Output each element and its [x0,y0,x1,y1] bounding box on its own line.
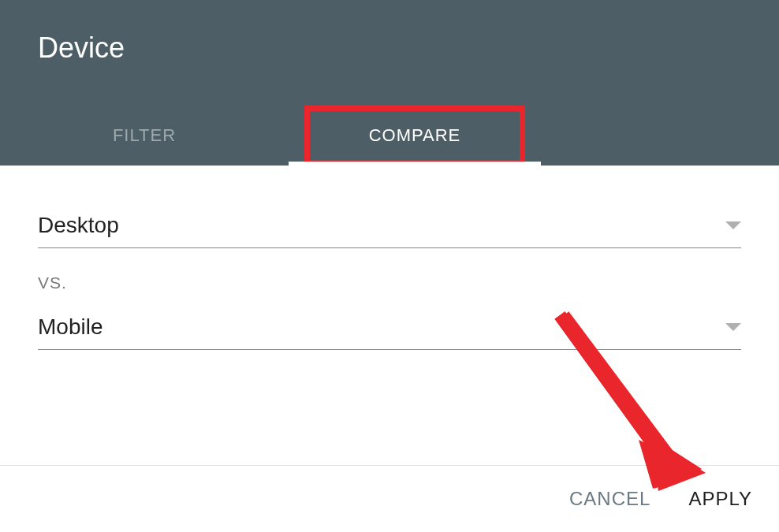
dialog-footer: CANCEL APPLY [0,465,779,532]
chevron-down-icon [725,221,741,229]
first-dimension-select[interactable]: Desktop [38,213,741,248]
tab-bar: FILTER COMPARE [0,106,779,166]
cancel-button[interactable]: CANCEL [569,488,650,510]
tab-compare-label: COMPARE [369,125,461,146]
dialog-content: Desktop VS. Mobile [0,166,779,374]
tab-active-indicator [289,162,541,166]
vs-separator: VS. [38,273,741,292]
second-dimension-select[interactable]: Mobile [38,314,741,350]
tab-compare[interactable]: COMPARE [289,106,541,166]
dialog-title: Device [0,32,779,106]
tab-filter-label: FILTER [113,125,176,146]
tab-filter[interactable]: FILTER [0,106,289,166]
second-dimension-value: Mobile [38,314,102,340]
apply-button[interactable]: APPLY [688,488,752,510]
first-dimension-value: Desktop [38,213,119,238]
chevron-down-icon [725,323,741,331]
dialog-header: Device FILTER COMPARE [0,0,779,166]
